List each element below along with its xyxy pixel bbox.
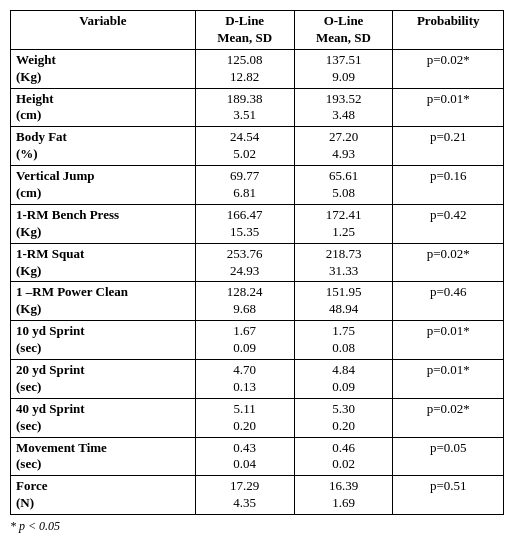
variable-cell: Force(N) xyxy=(11,476,196,515)
oline-cell: 172.411.25 xyxy=(294,204,393,243)
variable-cell: 1-RM Bench Press(Kg) xyxy=(11,204,196,243)
col-header-oline: O-LineMean, SD xyxy=(294,11,393,50)
oline-cell: 27.204.93 xyxy=(294,127,393,166)
variable-cell: 20 yd Sprint(sec) xyxy=(11,360,196,399)
dline-cell: 1.670.09 xyxy=(195,321,294,360)
variable-cell: Weight(Kg) xyxy=(11,49,196,88)
probability-cell: p=0.02* xyxy=(393,398,504,437)
oline-cell: 16.391.69 xyxy=(294,476,393,515)
table-row: Weight(Kg)125.0812.82137.519.09p=0.02* xyxy=(11,49,504,88)
dline-cell: 4.700.13 xyxy=(195,360,294,399)
probability-cell: p=0.01* xyxy=(393,360,504,399)
probability-cell: p=0.01* xyxy=(393,321,504,360)
table-row: 10 yd Sprint(sec)1.670.091.750.08p=0.01* xyxy=(11,321,504,360)
oline-cell: 137.519.09 xyxy=(294,49,393,88)
oline-cell: 151.9548.94 xyxy=(294,282,393,321)
table-row: 1-RM Bench Press(Kg)166.4715.35172.411.2… xyxy=(11,204,504,243)
col-header-dline: D-LineMean, SD xyxy=(195,11,294,50)
oline-cell: 218.7331.33 xyxy=(294,243,393,282)
oline-cell: 65.615.08 xyxy=(294,166,393,205)
dline-cell: 166.4715.35 xyxy=(195,204,294,243)
dline-cell: 189.383.51 xyxy=(195,88,294,127)
variable-cell: 1-RM Squat(Kg) xyxy=(11,243,196,282)
oline-cell: 5.300.20 xyxy=(294,398,393,437)
table-row: Height(cm)189.383.51193.523.48p=0.01* xyxy=(11,88,504,127)
probability-cell: p=0.51 xyxy=(393,476,504,515)
dline-cell: 128.249.68 xyxy=(195,282,294,321)
table-row: 20 yd Sprint(sec)4.700.134.840.09p=0.01* xyxy=(11,360,504,399)
table-row: Body Fat(%)24.545.0227.204.93p=0.21 xyxy=(11,127,504,166)
table-row: 1-RM Squat(Kg)253.7624.93218.7331.33p=0.… xyxy=(11,243,504,282)
oline-cell: 1.750.08 xyxy=(294,321,393,360)
variable-cell: 10 yd Sprint(sec) xyxy=(11,321,196,360)
variable-cell: Vertical Jump(cm) xyxy=(11,166,196,205)
probability-cell: p=0.05 xyxy=(393,437,504,476)
dline-cell: 5.110.20 xyxy=(195,398,294,437)
probability-cell: p=0.01* xyxy=(393,88,504,127)
oline-cell: 0.460.02 xyxy=(294,437,393,476)
probability-cell: p=0.02* xyxy=(393,243,504,282)
variable-cell: 1 –RM Power Clean(Kg) xyxy=(11,282,196,321)
probability-cell: p=0.46 xyxy=(393,282,504,321)
col-header-probability: Probability xyxy=(393,11,504,50)
col-header-variable: Variable xyxy=(11,11,196,50)
probability-cell: p=0.02* xyxy=(393,49,504,88)
dline-cell: 17.294.35 xyxy=(195,476,294,515)
probability-cell: p=0.21 xyxy=(393,127,504,166)
variable-cell: 40 yd Sprint(sec) xyxy=(11,398,196,437)
table-row: Vertical Jump(cm)69.776.8165.615.08p=0.1… xyxy=(11,166,504,205)
table-row: 1 –RM Power Clean(Kg)128.249.68151.9548.… xyxy=(11,282,504,321)
table-row: Force(N)17.294.3516.391.69p=0.51 xyxy=(11,476,504,515)
main-container: Variable D-LineMean, SD O-LineMean, SD P… xyxy=(10,10,504,534)
variable-cell: Body Fat(%) xyxy=(11,127,196,166)
dline-cell: 24.545.02 xyxy=(195,127,294,166)
dline-cell: 253.7624.93 xyxy=(195,243,294,282)
oline-cell: 4.840.09 xyxy=(294,360,393,399)
variable-cell: Movement Time(sec) xyxy=(11,437,196,476)
dline-cell: 69.776.81 xyxy=(195,166,294,205)
dline-cell: 0.430.04 xyxy=(195,437,294,476)
variable-cell: Height(cm) xyxy=(11,88,196,127)
data-table: Variable D-LineMean, SD O-LineMean, SD P… xyxy=(10,10,504,515)
probability-cell: p=0.16 xyxy=(393,166,504,205)
table-footnote: * p < 0.05 xyxy=(10,519,504,534)
probability-cell: p=0.42 xyxy=(393,204,504,243)
table-row: 40 yd Sprint(sec)5.110.205.300.20p=0.02* xyxy=(11,398,504,437)
oline-cell: 193.523.48 xyxy=(294,88,393,127)
table-row: Movement Time(sec)0.430.040.460.02p=0.05 xyxy=(11,437,504,476)
dline-cell: 125.0812.82 xyxy=(195,49,294,88)
